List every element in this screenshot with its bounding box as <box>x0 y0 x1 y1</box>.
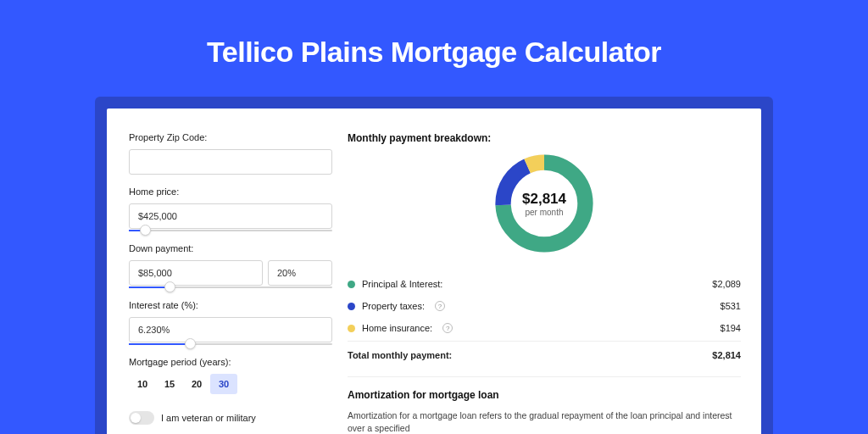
rate-group: Interest rate (%): <box>129 300 336 345</box>
legend-label: Home insurance: <box>362 323 432 333</box>
legend-label: Property taxes: <box>362 301 425 311</box>
info-icon[interactable]: ? <box>442 323 453 333</box>
rate-label: Interest rate (%): <box>129 300 336 310</box>
total-row: Total monthly payment: $2,814 <box>348 341 741 366</box>
home-price-group: Home price: <box>129 186 336 231</box>
info-icon[interactable]: ? <box>435 301 445 311</box>
home-price-slider[interactable] <box>129 230 332 231</box>
slider-thumb[interactable] <box>140 225 151 236</box>
legend-label: Principal & Interest: <box>362 279 442 289</box>
slider-thumb[interactable] <box>164 281 175 292</box>
down-payment-input[interactable] <box>129 260 263 286</box>
zip-label: Property Zip Code: <box>129 132 336 142</box>
legend-value: $2,089 <box>712 279 741 289</box>
zip-input[interactable] <box>129 149 332 175</box>
legend-row-tax: Property taxes:?$531 <box>348 295 741 317</box>
period-15[interactable]: 15 <box>156 374 183 394</box>
period-30[interactable]: 30 <box>210 374 237 394</box>
legend-dot-icon <box>348 281 355 288</box>
veteran-toggle[interactable] <box>129 411 154 425</box>
home-price-label: Home price: <box>129 186 336 197</box>
period-10[interactable]: 10 <box>129 374 156 394</box>
zip-group: Property Zip Code: <box>129 132 336 175</box>
toggle-knob <box>131 413 141 423</box>
legend-value: $194 <box>721 323 741 333</box>
rate-input[interactable] <box>129 317 332 342</box>
period-20[interactable]: 20 <box>183 374 210 394</box>
breakdown-title: Monthly payment breakdown: <box>348 132 741 144</box>
period-label: Mortgage period (years): <box>129 357 336 367</box>
total-value: $2,814 <box>712 350 741 360</box>
donut-center-sub: per month <box>525 208 563 217</box>
down-payment-slider[interactable] <box>129 287 332 288</box>
page-title: Tellico Plains Mortgage Calculator <box>0 36 868 69</box>
total-label: Total monthly payment: <box>348 350 452 360</box>
donut-wrap: $2,814 per month <box>348 149 741 258</box>
payment-donut: $2,814 per month <box>490 149 598 258</box>
veteran-label: I am veteran or military <box>161 413 256 423</box>
legend-dot-icon <box>348 303 355 310</box>
period-group: Mortgage period (years): 10152030 <box>129 357 336 394</box>
amortization-title: Amortization for mortgage loan <box>348 389 741 401</box>
donut-center-value: $2,814 <box>522 191 566 208</box>
legend-dot-icon <box>348 325 355 332</box>
calculator-card: Property Zip Code: Home price: Down paym… <box>107 108 761 434</box>
down-payment-label: Down payment: <box>129 243 336 253</box>
legend-row-pi: Principal & Interest:$2,089 <box>348 273 741 295</box>
amortization-section: Amortization for mortgage loan Amortizat… <box>348 376 741 434</box>
legend-row-ins: Home insurance:?$194 <box>348 317 741 339</box>
slider-thumb[interactable] <box>185 338 196 349</box>
home-price-input[interactable] <box>129 203 332 229</box>
legend-value: $531 <box>721 301 741 311</box>
legend: Principal & Interest:$2,089Property taxe… <box>348 273 741 339</box>
form-column: Property Zip Code: Home price: Down paym… <box>107 108 336 434</box>
veteran-row: I am veteran or military <box>129 411 336 425</box>
amortization-body: Amortization for a mortgage loan refers … <box>348 409 741 434</box>
breakdown-column: Monthly payment breakdown: $2,814 per mo… <box>336 108 761 434</box>
rate-slider[interactable] <box>129 343 332 345</box>
down-payment-group: Down payment: <box>129 243 336 288</box>
down-payment-pct-input[interactable] <box>268 260 332 286</box>
